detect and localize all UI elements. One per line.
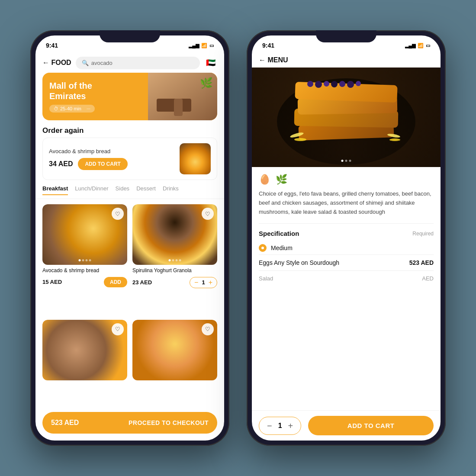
hero-bg (252, 68, 441, 167)
search-icon: 🔍 (82, 60, 89, 66)
more-btn[interactable]: ··· (87, 106, 90, 111)
leaf-icon: 🌿 (276, 174, 287, 185)
food-image-3: ♡ (42, 320, 127, 380)
mall-banner: Mall of the Emirates ⏱ 25-40 min ··· 🌿 (42, 73, 217, 120)
banana-slices (290, 133, 306, 141)
food-card-bottom-1: 15 AED ADD (42, 277, 127, 287)
order-again-title: Order again (35, 120, 224, 138)
flag-icon[interactable]: 🇦🇪 (204, 56, 217, 69)
toast-visualization (264, 70, 428, 165)
food-image-1: ♡ (42, 204, 127, 265)
spec-option-label: Medium (271, 244, 293, 251)
qty-value-2: 1 (202, 279, 205, 286)
food-card-3: ♡ (42, 320, 127, 407)
decrease-qty-main[interactable]: − (267, 421, 272, 430)
food-name-1: Avocado & shrimp bread (42, 267, 127, 274)
food-image-2: ♡ (132, 204, 217, 265)
tab-breakfast[interactable]: Breakfast (42, 185, 68, 195)
hero-image-dots (341, 160, 351, 162)
order-price: 34 AED (49, 160, 73, 168)
item-row-name: Eggs Any Style on Sourdough (259, 259, 339, 266)
back-button-right[interactable]: ← MENU (259, 56, 288, 64)
favorite-btn-3[interactable]: ♡ (112, 323, 124, 335)
image-dots-1 (79, 259, 91, 261)
menu-header: ← MENU (252, 53, 441, 68)
checkout-bar[interactable]: 523 AED PROCEED TO CHECKOUT (42, 412, 217, 434)
spec-label: Specification (259, 230, 299, 237)
notch-right (316, 30, 376, 42)
food-card-2: ♡ Spirulina Yoghurt Granola 23 AED − 1 + (132, 204, 217, 315)
back-button-left[interactable]: ← FOOD (42, 59, 71, 67)
egg-image (180, 143, 211, 174)
quantity-control-2: − 1 + (190, 277, 217, 288)
egg-icon: 🥚 (259, 174, 270, 185)
blueberries (307, 81, 385, 88)
spec-required: Required (412, 231, 434, 237)
tab-drinks[interactable]: Drinks (163, 185, 179, 195)
food-price-1: 15 AED (42, 279, 62, 285)
add-button-1[interactable]: ADD (104, 277, 127, 287)
increase-qty-main[interactable]: + (288, 421, 293, 430)
tab-sides[interactable]: Sides (116, 185, 130, 195)
food-card-1: ♡ Avocado & shrimp bread 15 AED ADD (42, 204, 127, 315)
food-price-2: 23 AED (132, 279, 152, 286)
checkout-total: 523 AED (51, 419, 79, 427)
food-image-4: ♡ (132, 320, 217, 380)
signal-icon: ▂▄▆ (189, 43, 199, 48)
item-row-price: 523 AED (409, 259, 434, 266)
wifi-icon: 📶 (201, 43, 207, 48)
time-badge: ⏱ 25-40 min ··· (49, 105, 95, 113)
detail-content: 🥚 🌿 Choice of eggs, l'eto fava beans, gr… (252, 167, 441, 410)
order-again-card: Avocado & shrimp bread 34 AED ADD TO CAR… (42, 138, 217, 180)
item-description: Choice of eggs, l'eto fava beans, grille… (259, 190, 434, 216)
left-phone: 9:41 ▂▄▆ 📶 ▭ ← FOOD 🔍 avocado 🇦🇪 Mall of… (30, 30, 229, 446)
chair-decoration (174, 99, 183, 116)
bottom-bar: − 1 + ADD TO CART (252, 410, 441, 441)
restaurant-image: 🌿 (148, 73, 217, 120)
food-name-2: Spirulina Yoghurt Granola (132, 267, 217, 274)
favorite-btn-4[interactable]: ♡ (202, 323, 214, 335)
spec-header: Specification Required (259, 230, 434, 237)
qty-value-main: 1 (278, 422, 282, 430)
search-bar[interactable]: 🔍 avocado (76, 57, 200, 69)
decrease-qty-2[interactable]: − (194, 279, 198, 286)
clock-icon: ⏱ (54, 106, 58, 111)
add-to-cart-button-top[interactable]: ADD TO CART (78, 158, 127, 170)
food-card-bottom-2: 23 AED − 1 + (132, 277, 217, 288)
order-item-image (180, 143, 211, 174)
status-icons-right: ▂▄▆ 📶 ▭ (405, 43, 430, 48)
status-time-right: 9:41 (262, 42, 274, 49)
tab-lunch-dinner[interactable]: Lunch/Dinner (75, 185, 108, 195)
salad-price: AED (422, 275, 434, 282)
specification-section: Specification Required Medium Eggs Any S… (259, 223, 434, 286)
battery-icon: ▭ (209, 43, 214, 48)
food-card-4: ♡ (132, 320, 217, 407)
status-time-left: 9:41 (46, 42, 58, 49)
item-row: Eggs Any Style on Sourdough 523 AED (259, 254, 434, 270)
banana-slices-right (387, 134, 400, 141)
battery-icon-right: ▭ (426, 43, 430, 48)
status-icons-left: ▂▄▆ 📶 ▭ (189, 43, 214, 48)
quantity-control-main: − 1 + (259, 417, 301, 435)
increase-qty-2[interactable]: + (209, 279, 212, 286)
image-dots-2 (169, 259, 181, 261)
spec-option-medium[interactable]: Medium (259, 241, 434, 254)
search-text: avocado (91, 60, 113, 66)
signal-icon-right: ▂▄▆ (405, 43, 415, 48)
plant-icon: 🌿 (200, 77, 213, 89)
tab-dessert[interactable]: Dessert (136, 185, 156, 195)
salad-row: Salad AED (259, 270, 434, 286)
add-to-cart-button-main[interactable]: ADD TO CART (308, 416, 434, 435)
right-phone: 9:41 ▂▄▆ 📶 ▭ ← MENU (247, 30, 446, 446)
favorite-btn-1[interactable]: ♡ (112, 208, 124, 220)
wifi-icon-right: 📶 (418, 43, 424, 48)
category-tabs: Breakfast Lunch/Dinner Sides Dessert Dri… (35, 180, 224, 199)
order-info: Avocado & shrimp bread 34 AED ADD TO CAR… (49, 148, 175, 170)
mall-title: Mall of the Emirates (49, 80, 127, 101)
hero-food-image (252, 68, 441, 167)
food-header: ← FOOD 🔍 avocado 🇦🇪 (35, 53, 224, 73)
favorite-btn-2[interactable]: ♡ (202, 208, 214, 220)
detail-icons: 🥚 🌿 (259, 174, 434, 185)
radio-button-medium[interactable] (259, 244, 267, 252)
proceed-checkout-btn[interactable]: PROCEED TO CHECKOUT (129, 419, 209, 426)
